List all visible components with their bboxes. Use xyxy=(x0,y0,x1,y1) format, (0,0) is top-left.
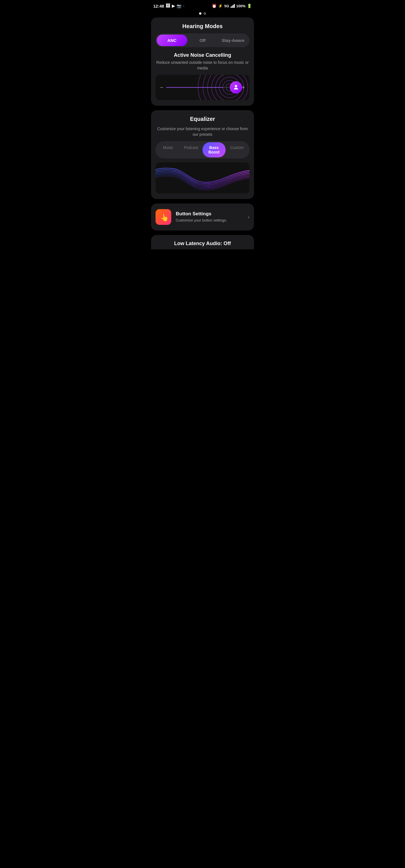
anc-slider-container: − + xyxy=(155,75,250,100)
anc-track[interactable] xyxy=(166,87,237,88)
person-icon xyxy=(233,84,239,91)
eq-tab-bass-boost[interactable]: Bass Boost xyxy=(202,142,226,157)
low-latency-title: Low Latency Audio: Off xyxy=(155,241,250,247)
hand-icon: 👆 xyxy=(159,213,168,221)
anc-minus[interactable]: − xyxy=(160,84,164,91)
button-settings-title: Button Settings xyxy=(176,211,243,217)
eq-tab-music[interactable]: Music xyxy=(157,142,180,157)
button-settings-icon: 👆 xyxy=(155,209,171,225)
anc-thumb[interactable] xyxy=(230,81,242,94)
status-bar: 12:48 🖼 ▶ 📷 • ⏰ ⚡ 5G 100% 🔋 xyxy=(148,0,257,11)
page-dot-2[interactable] xyxy=(204,12,206,14)
low-latency-card: Low Latency Audio: Off xyxy=(151,235,254,249)
anc-plus[interactable]: + xyxy=(241,84,245,91)
5g-icon: 5G xyxy=(224,4,229,8)
anc-section-desc: Reduce unwanted outside noise to focus o… xyxy=(155,60,250,71)
eq-visualizer xyxy=(155,162,250,193)
dot-icon: • xyxy=(183,4,184,8)
youtube-icon: ▶ xyxy=(172,4,175,8)
status-left: 12:48 🖼 ▶ 📷 • xyxy=(153,3,184,8)
bluetooth-icon: ⚡ xyxy=(218,4,223,8)
page-indicators xyxy=(148,11,257,18)
status-right: ⏰ ⚡ 5G 100% 🔋 xyxy=(212,4,252,8)
equalizer-subtitle: Customize your listening experience or c… xyxy=(155,126,250,137)
equalizer-card: Equalizer Customize your listening exper… xyxy=(151,110,254,199)
eq-tabs: Music Podcast Bass Boost Custom xyxy=(155,141,250,158)
hearing-modes-title: Hearing Modes xyxy=(155,23,250,30)
anc-section-title: Active Noise Cancelling xyxy=(155,52,250,58)
anc-track-fill xyxy=(166,87,223,88)
alarm-icon: ⏰ xyxy=(212,4,216,8)
button-settings-text: Button Settings Customize your button se… xyxy=(176,211,243,223)
eq-waveform xyxy=(155,162,250,193)
eq-tab-custom[interactable]: Custom xyxy=(226,142,249,157)
equalizer-title: Equalizer xyxy=(155,116,250,122)
photo-icon: 🖼 xyxy=(166,3,170,8)
time: 12:48 xyxy=(153,4,164,8)
eq-tab-podcast[interactable]: Podcast xyxy=(180,142,203,157)
hearing-modes-card: Hearing Modes ANC Off Stay-Aware Active … xyxy=(151,18,254,106)
off-option[interactable]: Off xyxy=(187,35,218,46)
stay-aware-option[interactable]: Stay-Aware xyxy=(218,35,248,46)
button-settings-desc: Customize your button settings. xyxy=(176,218,243,223)
battery-icon: 🔋 xyxy=(247,4,252,8)
svg-text:👆: 👆 xyxy=(160,213,168,221)
page-dot-1[interactable] xyxy=(199,12,201,14)
signal-strength xyxy=(231,4,235,8)
instagram-icon: 📷 xyxy=(177,4,181,8)
chevron-right-icon: › xyxy=(248,214,250,220)
anc-option[interactable]: ANC xyxy=(157,35,187,46)
hearing-toggle: ANC Off Stay-Aware xyxy=(155,33,250,47)
button-settings-card[interactable]: 👆 Button Settings Customize your button … xyxy=(151,204,254,230)
battery-percent: 100% xyxy=(236,4,245,8)
